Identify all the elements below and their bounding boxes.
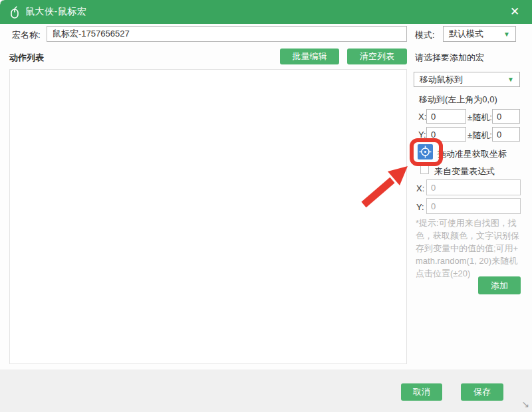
select-macro-label: 请选择要添加的宏 <box>415 52 484 64</box>
action-list-label: 动作列表 <box>9 52 44 64</box>
crosshair-drag-icon[interactable] <box>418 144 433 159</box>
mode-select[interactable]: 默认模式 ▼ <box>443 26 516 42</box>
cancel-button[interactable]: 取消 <box>401 383 442 401</box>
macro-name-input[interactable] <box>47 26 407 42</box>
var-y-input[interactable] <box>426 198 521 214</box>
chevron-down-icon: ▼ <box>503 31 510 38</box>
footer-bar: ↘ <box>0 369 532 412</box>
chevron-down-icon: ▼ <box>507 76 514 83</box>
title-bar: 鼠大侠-鼠标宏 ✕ <box>0 0 532 24</box>
hint-text: *提示:可使用来自找图，找色，获取颜色，文字识别保存到变量中的值的值;可用+ma… <box>416 217 523 280</box>
y-label: Y: <box>418 130 426 140</box>
macro-type-select[interactable]: 移动鼠标到 ▼ <box>414 72 520 87</box>
mouse-app-icon <box>8 5 21 19</box>
mode-select-value: 默认模式 <box>449 28 483 40</box>
variable-expression-checkbox[interactable] <box>420 165 429 174</box>
window-title: 鼠大侠-鼠标宏 <box>25 6 86 18</box>
var-x-input[interactable] <box>426 179 521 195</box>
resize-grip-icon[interactable]: ↘ <box>521 399 529 409</box>
x-input[interactable] <box>426 109 466 124</box>
batch-edit-button[interactable]: 批量编辑 <box>280 49 339 64</box>
x-random-input[interactable] <box>492 109 520 124</box>
add-button[interactable]: 添加 <box>478 276 521 294</box>
variable-expression-label: 来自变量表达式 <box>434 165 495 177</box>
clear-list-button[interactable]: 清空列表 <box>347 49 407 64</box>
macro-name-label: 宏名称: <box>12 29 41 41</box>
var-y-label: Y: <box>416 202 424 212</box>
x-random-label: ±随机: <box>467 112 492 124</box>
close-icon[interactable]: ✕ <box>507 5 523 19</box>
y-input[interactable] <box>426 127 466 142</box>
save-button[interactable]: 保存 <box>461 383 503 401</box>
drag-crosshair-label: 拖动准星获取坐标 <box>438 148 507 160</box>
y-random-input[interactable] <box>492 127 520 142</box>
macro-dialog-window: 鼠大侠-鼠标宏 ✕ 宏名称: 模式: 默认模式 ▼ 动作列表 批量编辑 清空列表… <box>0 0 532 412</box>
mode-label: 模式: <box>415 29 435 41</box>
var-x-label: X: <box>416 183 424 193</box>
move-to-label: 移动到(左上角为0,0) <box>419 94 497 106</box>
macro-type-value: 移动鼠标到 <box>420 74 463 86</box>
x-label: X: <box>418 112 426 122</box>
action-list-panel[interactable] <box>9 69 407 364</box>
y-random-label: ±随机: <box>467 130 492 142</box>
